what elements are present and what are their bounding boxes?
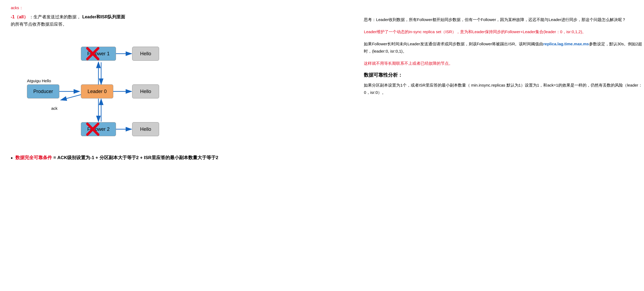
right-para4-text: 这样就不用等长期联系不上或者已经故障的节点。 bbox=[364, 61, 453, 66]
leader-node: Leader 0 bbox=[81, 84, 113, 98]
svg-line-4 bbox=[61, 95, 81, 100]
right-para4: 这样就不用等长期联系不上或者已经故障的节点。 bbox=[364, 60, 644, 67]
diagram-area: Atguigu Hello ack bbox=[27, 33, 194, 146]
right-para2: Leader维护了一个动态的in-sync replica set（ISR），意… bbox=[364, 28, 644, 35]
bottom-black-label: = ACK级别设置为-1 + 分区副本大于等于2 + ISR里应答的最小副本数量… bbox=[52, 155, 218, 160]
left-panel: -1（all） ：生产者发送过来的数据， Leader和ISR队列里面 的所有节… bbox=[11, 13, 353, 146]
section-title: 数据可靠性分析： bbox=[364, 72, 644, 78]
follower2-node: Follower 2 bbox=[81, 122, 116, 136]
red-label: -1（all） bbox=[11, 15, 28, 19]
hello2-node: Hello bbox=[132, 122, 159, 136]
follower1-node: Follower 1 bbox=[81, 47, 116, 61]
bottom-section: • 数据完全可靠条件 = ACK级别设置为-1 + 分区副本大于等于2 + IS… bbox=[11, 155, 633, 161]
ack-label: ack bbox=[51, 106, 57, 111]
desc-end: 的所有节点收齐数据后应答。 bbox=[11, 22, 67, 26]
right-para1: 思考：Leader收到数据，所有Follower都开始同步数据，但有一个Foll… bbox=[364, 16, 644, 23]
right-para3: 如果Follower长时间未向Leader发送通信请求或同步数据，则该Follo… bbox=[364, 40, 644, 55]
right-para2-text: Leader维护了一个动态的in-sync replica set（ISR），意… bbox=[364, 29, 586, 34]
bullet-point: • bbox=[11, 155, 13, 161]
bottom-red-label: 数据完全可靠条件 bbox=[15, 155, 52, 160]
replica-lag-param: replica.lag.time.max.ms bbox=[543, 42, 589, 46]
producer-node: Producer bbox=[27, 84, 59, 98]
desc-main: ：生产者发送过来的数据， bbox=[29, 15, 81, 19]
hello1-node: Hello bbox=[132, 47, 159, 61]
hello-leader-node: Hello bbox=[132, 84, 159, 98]
right-panel: 思考：Leader收到数据，所有Follower都开始同步数据，但有一个Foll… bbox=[364, 13, 644, 146]
right-para3-start: 如果Follower长时间未向Leader发送通信请求或同步数据，则该Follo… bbox=[364, 42, 543, 46]
bottom-text: 数据完全可靠条件 = ACK级别设置为-1 + 分区副本大于等于2 + ISR里… bbox=[15, 155, 218, 161]
left-description: -1（all） ：生产者发送过来的数据， Leader和ISR队列里面 的所有节… bbox=[11, 13, 353, 28]
atguigu-label: Atguigu Hello bbox=[27, 78, 51, 83]
desc-bold: Leader和ISR队列里面 bbox=[82, 15, 125, 19]
top-label: acks： bbox=[11, 5, 633, 11]
right-para5: 如果分区副本设置为1个，或者ISR里应答的最小副本数量（ min.insync.… bbox=[364, 81, 644, 96]
